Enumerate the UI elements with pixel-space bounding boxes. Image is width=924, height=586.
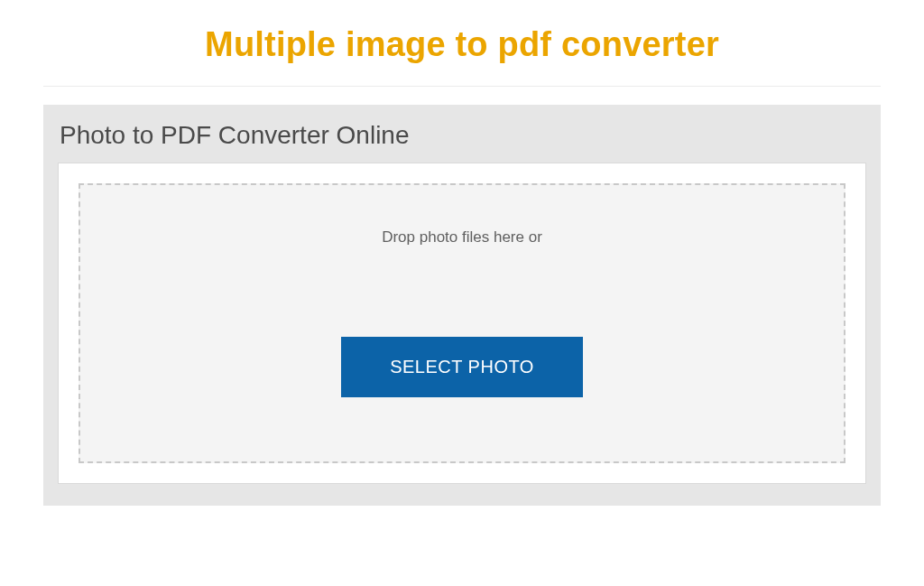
dropzone-instruction: Drop photo files here or (382, 228, 542, 246)
select-photo-button[interactable]: SELECT PHOTO (341, 337, 583, 397)
card: Drop photo files here or SELECT PHOTO (58, 163, 866, 484)
panel-heading: Photo to PDF Converter Online (60, 121, 866, 150)
page-title: Multiple image to pdf converter (43, 25, 881, 64)
divider (43, 86, 881, 87)
file-dropzone[interactable]: Drop photo files here or SELECT PHOTO (79, 183, 845, 463)
converter-panel: Photo to PDF Converter Online Drop photo… (43, 105, 881, 506)
